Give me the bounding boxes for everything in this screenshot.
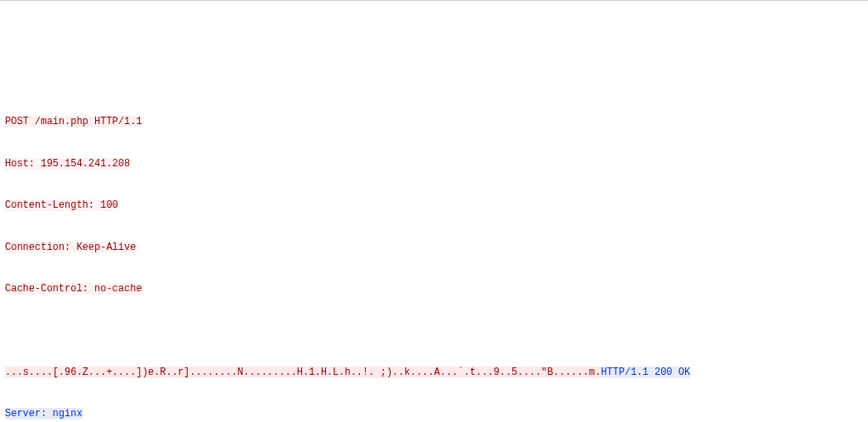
request-body: ...s....[.96.Z...+....])e.R..r]........N… xyxy=(5,367,601,378)
request-header-line: Content-Length: 100 xyxy=(5,199,118,211)
request-header-line: Connection: Keep-Alive xyxy=(5,242,136,253)
request-header-line: POST /main.php HTTP/1.1 xyxy=(5,116,142,127)
response-header-line: Server: nginx xyxy=(5,408,83,420)
packet-stream: POST /main.php HTTP/1.1 Host: 195.154.24… xyxy=(5,60,863,422)
request-header-line: Cache-Control: no-cache xyxy=(5,283,142,295)
response-status: HTTP/1.1 200 OK xyxy=(601,367,690,378)
request-header-line: Host: 195.154.241.208 xyxy=(5,158,130,170)
